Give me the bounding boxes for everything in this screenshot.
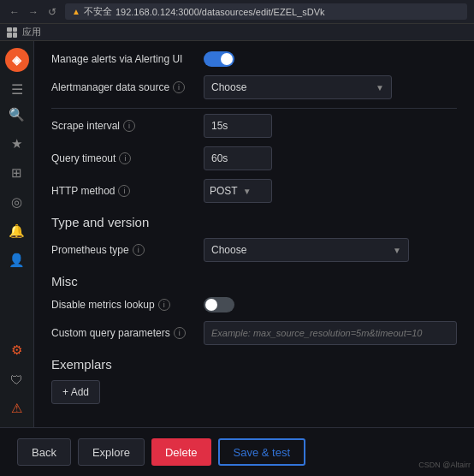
prometheus-type-chevron-icon: ▼ — [393, 246, 401, 255]
prometheus-type-label: Prometheus type i — [51, 244, 197, 256]
sidebar-icon-bell[interactable]: 🔔 — [5, 219, 29, 243]
http-method-select[interactable]: POST ▼ — [204, 179, 272, 203]
query-timeout-info-icon[interactable]: i — [119, 152, 131, 164]
http-method-row: HTTP method i POST ▼ — [51, 179, 457, 203]
sidebar-icon-user[interactable]: 👤 — [5, 248, 29, 272]
custom-query-input[interactable] — [204, 321, 457, 345]
scrape-interval-info-icon[interactable]: i — [123, 120, 135, 132]
sidebar-icon-search[interactable]: 🔍 — [5, 103, 29, 127]
query-timeout-label: Query timeout i — [51, 152, 197, 164]
manage-alerts-row: Manage alerts via Alerting UI — [51, 51, 457, 67]
http-method-label: HTTP method i — [51, 185, 197, 197]
add-exemplar-button[interactable]: + Add — [51, 380, 100, 404]
app-bar: 应用 — [0, 24, 474, 41]
alertmanager-label: Alertmanager data source i — [51, 81, 197, 93]
delete-button[interactable]: Delete — [151, 438, 211, 466]
url-bar[interactable]: ▲ 不安全 192.168.0.124:3000/datasources/edi… — [65, 3, 467, 20]
prometheus-type-row: Prometheus type i Choose ▼ — [51, 238, 457, 262]
apps-grid-icon[interactable] — [7, 27, 17, 38]
query-timeout-input[interactable] — [204, 146, 272, 170]
sidebar-icon-shield[interactable]: 🛡 — [5, 367, 29, 391]
refresh-nav[interactable]: ↺ — [44, 4, 60, 20]
http-method-info-icon[interactable]: i — [118, 185, 130, 197]
back-button[interactable]: Back — [17, 438, 71, 466]
sidebar-icon-star[interactable]: ★ — [5, 132, 29, 156]
security-label: 不安全 — [84, 5, 112, 18]
exemplars-add-row: + Add — [51, 380, 457, 404]
custom-query-label: Custom query parameters i — [51, 327, 197, 339]
bottom-bar: Back Explore Delete Save & test — [0, 427, 474, 476]
manage-alerts-label: Manage alerts via Alerting UI — [51, 53, 197, 65]
back-nav[interactable]: ← — [7, 4, 22, 20]
scrape-interval-input[interactable] — [204, 114, 272, 138]
alertmanager-select[interactable]: Choose ▼ — [204, 75, 392, 99]
scrape-interval-label: Scrape interval i — [51, 120, 197, 132]
forward-nav[interactable]: → — [26, 4, 41, 20]
misc-heading: Misc — [51, 274, 457, 289]
chevron-down-icon: ▼ — [376, 83, 384, 92]
content-area: Manage alerts via Alerting UI Alertmanag… — [34, 41, 474, 427]
sidebar-icon-settings[interactable]: ⚙ — [5, 338, 29, 362]
custom-query-row: Custom query parameters i — [51, 321, 457, 345]
query-timeout-row: Query timeout i — [51, 146, 457, 170]
prometheus-type-select[interactable]: Choose ▼ — [204, 238, 409, 262]
divider-1 — [51, 108, 457, 109]
browser-bar: ← → ↺ ▲ 不安全 192.168.0.124:3000/datasourc… — [0, 0, 474, 24]
sidebar-logo[interactable]: ◈ — [5, 48, 29, 72]
custom-query-info-icon[interactable]: i — [174, 327, 186, 339]
sidebar-icon-grid[interactable]: ⊞ — [5, 161, 29, 185]
prometheus-type-info-icon[interactable]: i — [133, 244, 145, 256]
alertmanager-info-icon[interactable]: i — [173, 81, 185, 93]
disable-metrics-knob — [205, 299, 217, 311]
save-test-button[interactable]: Save & test — [218, 438, 305, 466]
disable-metrics-info-icon[interactable]: i — [158, 299, 170, 311]
disable-metrics-row: Disable metrics lookup i — [51, 297, 457, 312]
sidebar: ◈ ☰ 🔍 ★ ⊞ ◎ 🔔 👤 ⚙ 🛡 ⚠ — [0, 41, 34, 427]
toggle-knob — [221, 53, 233, 65]
alertmanager-row: Alertmanager data source i Choose ▼ — [51, 75, 457, 99]
disable-metrics-label: Disable metrics lookup i — [51, 299, 197, 311]
type-version-heading: Type and version — [51, 215, 457, 229]
scrape-interval-row: Scrape interval i — [51, 114, 457, 138]
exemplars-heading: Exemplars — [51, 357, 457, 372]
sidebar-icon-compass[interactable]: ◎ — [5, 190, 29, 214]
apps-label: 应用 — [22, 26, 41, 39]
watermark: CSDN @Altairr — [418, 461, 471, 469]
security-warning-icon: ▲ — [72, 7, 80, 16]
url-text: 192.168.0.124:3000/datasources/edit/EZEL… — [116, 7, 325, 17]
sidebar-bottom: ⚙ 🛡 ⚠ — [5, 338, 29, 420]
sidebar-icon-warning[interactable]: ⚠ — [5, 396, 29, 420]
http-method-chevron-icon: ▼ — [243, 187, 252, 196]
explore-button[interactable]: Explore — [78, 438, 145, 466]
manage-alerts-toggle[interactable] — [204, 51, 234, 67]
sidebar-toggle[interactable]: ☰ — [5, 80, 29, 98]
nav-buttons: ← → ↺ — [7, 4, 60, 20]
disable-metrics-toggle[interactable] — [204, 297, 234, 312]
main-layout: ◈ ☰ 🔍 ★ ⊞ ◎ 🔔 👤 ⚙ 🛡 ⚠ Manage alerts via … — [0, 41, 474, 427]
